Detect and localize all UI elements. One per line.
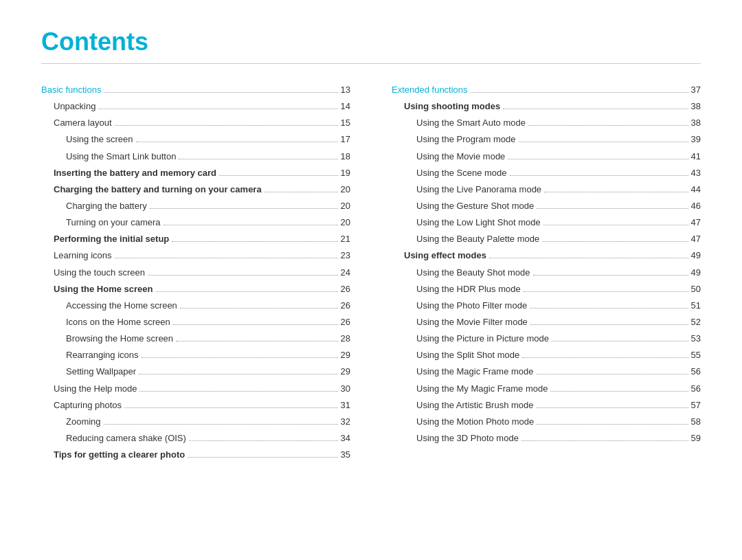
toc-entry-page: 26: [341, 315, 350, 329]
right-entries: Using shooting modes38Using the Smart Au…: [392, 100, 701, 445]
toc-entry-dots: [508, 159, 688, 159]
toc-entry-dots: [543, 225, 688, 225]
toc-entry-label: Using the Movie mode: [416, 150, 505, 164]
toc-entry-label: Using the Smart Auto mode: [416, 116, 526, 130]
toc-entry-page: 31: [341, 399, 350, 412]
toc-entry-dots: [142, 357, 338, 358]
toc-entry-label: Learning icons: [54, 249, 112, 262]
toc-entry: Using the Home screen26: [41, 282, 350, 296]
toc-entry: Using the Movie mode41: [392, 150, 701, 164]
toc-entry-page: 14: [341, 100, 350, 113]
toc-entry: Browsing the Home screen28: [41, 332, 350, 346]
toc-entry-dots: [98, 109, 337, 109]
toc-entry-page: 58: [691, 415, 701, 429]
toc-entry-page: 32: [341, 415, 350, 429]
toc-entry-label: Unpacking: [54, 100, 95, 113]
toc-entry-dots: [136, 142, 338, 142]
toc-entry-page: 56: [691, 365, 701, 379]
toc-entry-dots: [189, 440, 338, 441]
left-section-dots: [104, 92, 337, 93]
right-section-page: 37: [691, 83, 701, 97]
toc-entry-label: Using the touch screen: [54, 266, 145, 280]
right-column: Extended functions 37 Using shooting mod…: [392, 83, 701, 464]
toc-entry-page: 47: [691, 232, 701, 246]
toc-entry-page: 28: [341, 332, 350, 346]
toc-entry: Using the HDR Plus mode50: [392, 282, 701, 296]
toc-entry: Icons on the Home screen26: [41, 315, 350, 329]
toc-entry-label: Using the Home screen: [54, 282, 153, 296]
toc-entry-label: Tips for getting a clearer photo: [54, 448, 185, 462]
toc-entry-page: 52: [691, 315, 701, 329]
toc-entry-dots: [188, 457, 337, 458]
toc-entry-dots: [503, 109, 688, 109]
toc-entry-dots: [530, 324, 688, 325]
toc-entry-page: 51: [691, 299, 701, 313]
toc-entry-dots: [537, 424, 688, 425]
toc-entry-page: 19: [341, 166, 350, 180]
toc-entry-label: Inserting the battery and memory card: [54, 166, 216, 180]
toc-entry: Using the Photo Filter mode51: [392, 299, 701, 313]
toc-entry-label: Using the Magic Frame mode: [416, 365, 534, 379]
left-column: Basic functions 13 Unpacking14Camera lay…: [41, 83, 350, 464]
toc-entry-label: Rearranging icons: [66, 348, 139, 362]
toc-entry-label: Using the HDR Plus mode: [416, 282, 521, 296]
toc-entry: Using the Smart Auto mode38: [392, 116, 701, 130]
toc-entry-page: 50: [691, 282, 701, 296]
toc-entry-label: Using the Smart Link button: [66, 150, 176, 164]
toc-entry-dots: [179, 159, 337, 159]
page-title: Contents: [41, 27, 701, 56]
toc-entry: Using the Picture in Picture mode53: [392, 332, 701, 346]
toc-columns: Basic functions 13 Unpacking14Camera lay…: [41, 83, 701, 464]
toc-entry: Using the Artistic Brush mode57: [392, 399, 701, 412]
toc-entry: Using the screen17: [41, 133, 350, 146]
toc-entry-label: Using the Movie Filter mode: [416, 315, 528, 329]
toc-entry-page: 41: [691, 150, 701, 164]
toc-entry: Learning icons23: [41, 249, 350, 262]
toc-entry-page: 44: [691, 183, 701, 197]
toc-entry-label: Reducing camera shake (OIS): [66, 432, 186, 445]
toc-entry-dots: [124, 407, 338, 408]
toc-entry-page: 43: [691, 166, 701, 180]
toc-entry-page: 30: [341, 382, 350, 396]
toc-entry-dots: [489, 258, 688, 258]
toc-entry: Using the Scene mode43: [392, 166, 701, 180]
toc-entry-dots: [115, 258, 338, 258]
toc-entry-page: 57: [691, 399, 701, 412]
toc-entry: Using the Program mode39: [392, 133, 701, 146]
toc-entry-page: 17: [341, 133, 350, 146]
toc-entry-page: 59: [691, 432, 701, 445]
toc-entry-page: 23: [341, 249, 350, 262]
toc-entry-page: 47: [691, 216, 701, 229]
toc-entry: Using the Gesture Shot mode46: [392, 199, 701, 213]
toc-entry-dots: [521, 440, 688, 441]
toc-entry-label: Using the Artistic Brush mode: [416, 399, 534, 412]
toc-entry-dots: [150, 208, 338, 209]
toc-entry-label: Using effect modes: [404, 249, 486, 262]
toc-entry: Accessing the Home screen26: [41, 299, 350, 313]
toc-entry-dots: [510, 175, 688, 176]
toc-entry: Using the Beauty Shot mode49: [392, 266, 701, 280]
toc-entry-dots: [139, 374, 337, 374]
toc-entry-page: 38: [691, 116, 701, 130]
left-section-header: Basic functions 13: [41, 83, 350, 97]
toc-entry-label: Using the Beauty Shot mode: [416, 266, 530, 280]
left-section-label: Basic functions: [41, 83, 101, 97]
toc-entry: Tips for getting a clearer photo35: [41, 448, 350, 462]
toc-entry-dots: [537, 407, 688, 408]
toc-entry-dots: [528, 125, 688, 126]
toc-entry: Using the Beauty Palette mode47: [392, 232, 701, 246]
toc-entry-label: Using the Beauty Palette mode: [416, 232, 539, 246]
toc-entry: Using the Split Shot mode55: [392, 348, 701, 362]
toc-entry-dots: [544, 192, 688, 192]
toc-entry: Using the 3D Photo mode59: [392, 432, 701, 445]
toc-entry-page: 29: [341, 365, 350, 379]
toc-entry: Using shooting modes38: [392, 100, 701, 113]
toc-entry-label: Camera layout: [54, 116, 112, 130]
toc-entry-dots: [219, 175, 338, 176]
toc-entry-label: Capturing photos: [54, 399, 122, 412]
toc-entry-dots: [550, 391, 688, 392]
toc-entry-label: Performing the initial setup: [54, 232, 169, 246]
toc-entry-dots: [172, 241, 337, 242]
toc-entry-label: Turning on your camera: [66, 216, 161, 229]
toc-entry: Using the Live Panorama mode44: [392, 183, 701, 197]
